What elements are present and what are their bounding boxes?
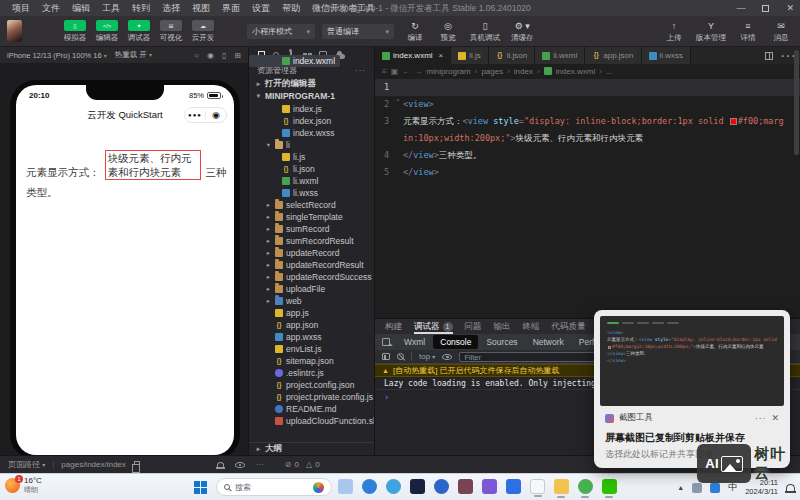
forward-icon[interactable]: → <box>414 67 422 76</box>
bell-icon[interactable] <box>217 462 224 468</box>
toolbar-device-button[interactable]: ▯真机调试 <box>470 20 500 43</box>
menu-item[interactable]: 界面 <box>216 2 246 15</box>
record-icon[interactable]: ◉ <box>207 51 214 60</box>
project-root[interactable]: ▾ MINIPROGRAM-1 <box>249 90 374 102</box>
tree-item[interactable]: ▸selectRecord <box>249 199 374 211</box>
panel-tab-问题[interactable]: 问题 <box>465 319 482 334</box>
code-line[interactable]: 1 <box>375 79 800 96</box>
eye-icon[interactable] <box>235 462 245 468</box>
problem-counts[interactable]: ⊘0 △0 <box>285 460 320 469</box>
window-mode-icon[interactable]: ⊞ <box>234 51 241 60</box>
devtools-tab-network[interactable]: Network <box>526 335 571 349</box>
sidebar-toggle-icon[interactable] <box>382 353 390 360</box>
tray-icon[interactable] <box>710 483 720 493</box>
taskbar-search[interactable]: 搜索 <box>216 478 332 496</box>
toolbar-bell-button[interactable]: ✉消息 <box>770 20 792 43</box>
capsule-more-button[interactable]: ●●● <box>185 112 205 118</box>
menu-item[interactable]: 转到 <box>126 2 156 15</box>
menu-item[interactable]: 编辑 <box>66 2 96 15</box>
tree-item[interactable]: README.md <box>249 403 374 415</box>
tree-item[interactable]: ▸updateRecord <box>249 247 374 259</box>
tab-li.wxml[interactable]: li.wxml <box>535 47 585 64</box>
filter-input[interactable]: Filter <box>459 352 609 362</box>
tab-li.js[interactable]: li.js <box>451 47 489 64</box>
panel-tab-代码质量[interactable]: 代码质量 <box>552 319 586 334</box>
minimize-icon[interactable]: — <box>736 3 745 13</box>
tree-item[interactable]: {}project.private.config.js... <box>249 391 374 403</box>
tree-item[interactable]: ▸updateRecordResult <box>249 259 374 271</box>
breadcrumb-item[interactable]: pages <box>481 67 503 76</box>
taskbar-app-app-green[interactable] <box>578 479 593 494</box>
close-icon[interactable]: ✕ <box>786 3 794 13</box>
hot-reload-toggle[interactable]: 热重载 开 ▾ <box>115 50 152 60</box>
toolbar-cloud-button[interactable]: ☁云开发 <box>190 20 216 43</box>
tree-item[interactable]: ▸sumRecord <box>249 223 374 235</box>
toolbar-clear-button[interactable]: ⚙ ▾清缓存 <box>511 20 534 43</box>
toolbar-eye-button[interactable]: ◎预览 <box>437 20 459 43</box>
tree-item[interactable]: .eslintrc.js <box>249 367 374 379</box>
live-expression-icon[interactable] <box>442 354 452 360</box>
panel-tab-终端[interactable]: 终端 <box>523 319 540 334</box>
fold-icon[interactable]: ˇ <box>393 96 403 113</box>
tree-item[interactable]: index.wxss <box>249 127 374 139</box>
more-icon[interactable]: ··· <box>755 413 767 423</box>
tree-item[interactable]: {}li.json <box>249 163 374 175</box>
tree-item[interactable]: li.js <box>249 151 374 163</box>
devtools-tab-sources[interactable]: Sources <box>479 335 524 349</box>
tree-item[interactable]: app.js <box>249 307 374 319</box>
taskbar-app-edge-browser[interactable] <box>362 479 377 494</box>
taskbar-app-wechat[interactable] <box>602 479 617 494</box>
devtools-tab-wxml[interactable]: Wxml <box>397 335 432 349</box>
taskbar-app-app-dark[interactable] <box>410 479 425 494</box>
tree-item[interactable]: li.wxml <box>249 175 374 187</box>
tree-item[interactable]: ▸sumRecordResult <box>249 235 374 247</box>
menu-item[interactable]: 文件 <box>36 2 66 15</box>
maximize-icon[interactable] <box>762 5 769 12</box>
panel-tab-调试器[interactable]: 调试器1 <box>414 319 453 334</box>
code-line[interactable]: 3元素显示方式：<view style="display: inline-blo… <box>375 113 800 147</box>
toolbar-debug-button[interactable]: ✦调试器 <box>126 20 152 43</box>
avatar[interactable] <box>7 20 22 42</box>
tree-item[interactable]: {}index.json <box>249 115 374 127</box>
more-actions-icon[interactable]: ··· <box>355 66 366 75</box>
device-frame-icon[interactable]: ▯ <box>222 51 226 60</box>
tray-icon[interactable] <box>692 483 702 493</box>
screenshot-thumbnail[interactable]: <view>元素显示方式：<view style="display: inlin… <box>600 316 784 406</box>
tray-expand-icon[interactable]: ▲ <box>677 484 684 491</box>
tab-index.wxml[interactable]: index.wxml× <box>375 47 451 64</box>
editor-scrollbar[interactable] <box>794 50 799 155</box>
tab-li.json[interactable]: {}li.json <box>489 47 535 64</box>
open-editors-section[interactable]: ▸ 打开的编辑器 <box>249 78 374 90</box>
toolbar-grid-button[interactable]: ⊞可视化 <box>158 20 184 43</box>
tree-item[interactable]: ▾li <box>249 139 374 151</box>
breadcrumb-item[interactable]: index <box>514 67 533 76</box>
tree-item[interactable]: {}app.json <box>249 319 374 331</box>
code-line[interactable]: 4</view>三种类型。 <box>375 147 800 164</box>
code-line[interactable]: 2ˇ<view> <box>375 96 800 113</box>
menu-item[interactable]: 选择 <box>156 2 186 15</box>
tree-item[interactable]: index.wxml <box>249 55 340 67</box>
tree-item[interactable]: index.js <box>249 103 374 115</box>
tree-item[interactable]: {}sitemap.json <box>249 355 374 367</box>
back-icon[interactable]: ← <box>402 67 410 76</box>
toolbar-phone-button[interactable]: ▯模拟器 <box>62 20 88 43</box>
tree-item[interactable]: ▸updateRecordSuccess <box>249 271 374 283</box>
compile-select[interactable]: 普通编译▾ <box>322 24 394 39</box>
outline-section[interactable]: ▸ 大纲 <box>249 442 374 455</box>
toolbar-branch-button[interactable]: Y版本管理 <box>696 20 726 43</box>
page-path-select[interactable]: 页面路径 ▾ <box>8 459 45 470</box>
menu-item[interactable]: 视图 <box>186 2 216 15</box>
mode-select[interactable]: 小程序模式▾ <box>247 24 315 39</box>
weather-widget[interactable]: 1 16°C 晴朗 <box>5 477 42 493</box>
toolbar-upload-button[interactable]: ↑上传 <box>663 20 685 43</box>
rotate-icon[interactable]: ○ <box>194 51 199 60</box>
taskbar-app-copilot[interactable] <box>386 479 401 494</box>
taskbar-app-store[interactable] <box>458 479 473 494</box>
inspect-icon[interactable] <box>382 338 390 346</box>
taskbar-app-task-view[interactable] <box>338 479 353 494</box>
tree-item[interactable]: envList.js <box>249 343 374 355</box>
toolbar-refresh-button[interactable]: ↻编译 <box>404 20 426 43</box>
taskbar-app-notepad[interactable] <box>530 479 545 494</box>
taskbar-app-file-explorer[interactable] <box>554 479 569 494</box>
tree-item[interactable]: li.wxss <box>249 187 374 199</box>
